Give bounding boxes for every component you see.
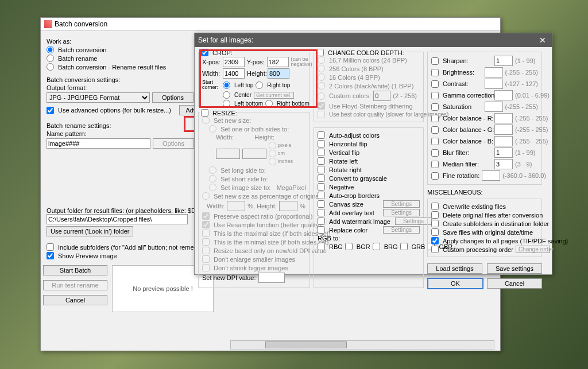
cd-custom-input bbox=[373, 91, 390, 101]
close-icon[interactable]: ✕ bbox=[537, 36, 548, 45]
ok-button[interactable]: OK bbox=[427, 278, 483, 289]
overlay-settings-button[interactable]: Settings bbox=[383, 209, 420, 216]
change-order-button[interactable]: Change order bbox=[516, 246, 550, 253]
batch-cancel-button[interactable]: Cancel bbox=[43, 295, 107, 305]
blur-input[interactable] bbox=[494, 147, 513, 158]
hflip-checkbox[interactable] bbox=[318, 140, 325, 147]
median-input[interactable] bbox=[494, 159, 513, 169]
color-depth-label: CHANGE COLOR DEPTH: bbox=[328, 49, 404, 56]
adv-win-titlebar[interactable]: Set for all images: ✕ bbox=[195, 33, 552, 47]
no-shrink-label: Don't shrink bigger images bbox=[214, 265, 288, 271]
best-quality-checkbox bbox=[318, 111, 325, 118]
vflip-checkbox[interactable] bbox=[318, 149, 325, 156]
scrollbar-thumb[interactable] bbox=[265, 341, 347, 348]
fine-rot-checkbox[interactable] bbox=[431, 172, 439, 180]
unit-pixels-radio bbox=[269, 142, 276, 149]
auto-adjust-checkbox[interactable] bbox=[318, 131, 325, 139]
resize-width-input bbox=[216, 149, 240, 159]
resize-height-label: Height: bbox=[254, 134, 274, 141]
median-checkbox[interactable] bbox=[431, 161, 439, 168]
cb-r-checkbox[interactable] bbox=[431, 115, 439, 122]
rbg-checkbox[interactable] bbox=[318, 243, 325, 250]
cb-b-input[interactable] bbox=[494, 136, 513, 146]
show-preview-checkbox[interactable] bbox=[47, 252, 54, 259]
blur-checkbox[interactable] bbox=[431, 149, 439, 157]
radio-batch-conversion[interactable] bbox=[47, 46, 54, 53]
unit-cm-radio bbox=[269, 150, 276, 157]
canvas-checkbox[interactable] bbox=[318, 200, 325, 208]
set-img-size-label: Set image size to: bbox=[220, 184, 270, 191]
min-size-checkbox bbox=[202, 238, 210, 246]
format-options-button[interactable]: Options bbox=[152, 92, 194, 103]
resample-checkbox bbox=[202, 221, 210, 228]
cb-r-input[interactable] bbox=[494, 113, 513, 123]
adv-cancel-button[interactable]: Cancel bbox=[487, 278, 542, 289]
output-folder-input[interactable] bbox=[47, 214, 188, 224]
run-test-rename-button[interactable]: Run test rename bbox=[43, 280, 107, 290]
dpi-based-label: Resize based only on new/old DPI value bbox=[214, 247, 327, 254]
grayscale-checkbox[interactable] bbox=[318, 174, 325, 182]
include-subfolders-label: Include subfolders (for "Add all" button… bbox=[58, 244, 217, 251]
brightness-checkbox[interactable] bbox=[431, 69, 439, 76]
bgr-checkbox[interactable] bbox=[345, 243, 353, 250]
canvas-settings-button[interactable]: Settings bbox=[383, 200, 420, 208]
resample-label: Use Resample function (better quality) bbox=[214, 222, 321, 228]
saturation-checkbox[interactable] bbox=[431, 103, 439, 111]
use-advanced-checkbox[interactable] bbox=[47, 107, 54, 114]
rotate-right-checkbox[interactable] bbox=[318, 166, 325, 173]
set-short-radio bbox=[209, 175, 216, 182]
start-batch-button[interactable]: Start Batch bbox=[43, 265, 107, 275]
apply-all-checkbox[interactable] bbox=[431, 237, 439, 244]
overlay-checkbox[interactable] bbox=[318, 209, 325, 216]
name-pattern-input[interactable] bbox=[47, 138, 150, 149]
delete-orig-checkbox[interactable] bbox=[431, 211, 439, 219]
filters-group: Sharpen:(1 - 99) Brightness:(-255 - 255)… bbox=[427, 52, 542, 185]
contrast-input[interactable] bbox=[485, 79, 503, 89]
negative-checkbox[interactable] bbox=[318, 183, 325, 191]
sharpen-input[interactable] bbox=[494, 56, 513, 66]
overwrite-checkbox[interactable] bbox=[431, 203, 439, 210]
watermark-settings-button[interactable]: Settings bbox=[395, 217, 432, 225]
new-dpi-input[interactable] bbox=[258, 273, 285, 283]
brightness-input[interactable] bbox=[485, 67, 503, 77]
saturation-input[interactable] bbox=[485, 102, 503, 112]
horizontal-scrollbar[interactable] bbox=[230, 340, 494, 349]
radio-batch-rename[interactable] bbox=[47, 55, 54, 62]
resize-width-label: Width: bbox=[216, 134, 234, 141]
custom-order-checkbox[interactable] bbox=[431, 246, 439, 253]
batch-win-titlebar[interactable]: Batch conversion bbox=[41, 18, 500, 31]
save-settings-button[interactable]: Save settings bbox=[487, 263, 542, 274]
use-current-folder-button[interactable]: Use current ('Look in') folder bbox=[47, 226, 133, 236]
brg-checkbox[interactable] bbox=[373, 243, 380, 250]
sharpen-checkbox[interactable] bbox=[431, 57, 439, 65]
output-format-select[interactable]: JPG - JPG/JPEG Format bbox=[47, 92, 150, 103]
watermark-checkbox[interactable] bbox=[318, 217, 325, 225]
transform-group: Auto-adjust colors Horizontal flip Verti… bbox=[314, 127, 424, 288]
radio-batch-conv-rename[interactable] bbox=[47, 63, 54, 71]
megapixel-label: MegaPixel bbox=[277, 184, 306, 191]
create-sub-checkbox[interactable] bbox=[431, 220, 439, 227]
preserve-aspect-label: Preserve aspect ratio (proportional) bbox=[214, 213, 312, 220]
resize-checkbox[interactable] bbox=[201, 109, 208, 116]
save-date-checkbox[interactable] bbox=[431, 228, 439, 236]
cb-g-input[interactable] bbox=[494, 125, 513, 135]
rgb-to-label: RGB to: bbox=[318, 235, 420, 242]
replace-color-settings-button[interactable]: Settings bbox=[383, 226, 420, 234]
gamma-checkbox[interactable] bbox=[431, 92, 439, 99]
floyd-checkbox bbox=[318, 102, 325, 110]
autocrop-checkbox[interactable] bbox=[318, 192, 325, 199]
rename-options-button[interactable]: Options bbox=[153, 138, 194, 149]
replace-color-checkbox[interactable] bbox=[318, 226, 325, 234]
gamma-input[interactable] bbox=[494, 90, 513, 100]
cb-g-checkbox[interactable] bbox=[431, 126, 439, 134]
contrast-checkbox[interactable] bbox=[431, 80, 439, 88]
fine-rot-input[interactable] bbox=[482, 170, 500, 181]
set-long-label: Set long side to: bbox=[220, 167, 266, 174]
cb-b-checkbox[interactable] bbox=[431, 138, 439, 145]
app-icon bbox=[44, 20, 52, 28]
load-settings-button[interactable]: Load settings bbox=[427, 263, 482, 274]
radio-batch-rename-label: Batch rename bbox=[58, 55, 97, 62]
rotate-left-checkbox[interactable] bbox=[318, 157, 325, 165]
include-subfolders-checkbox[interactable] bbox=[47, 243, 54, 251]
grb-checkbox[interactable] bbox=[400, 243, 408, 250]
